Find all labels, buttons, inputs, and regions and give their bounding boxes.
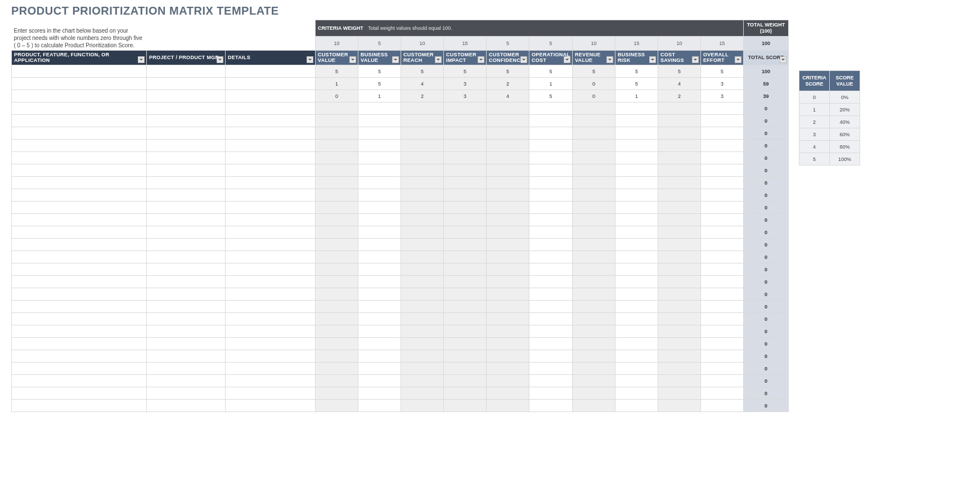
criteria-weight-cell[interactable]: 10 bbox=[572, 37, 615, 50]
score-cell[interactable] bbox=[444, 251, 487, 263]
score-cell[interactable] bbox=[358, 400, 401, 412]
score-cell[interactable]: 5 bbox=[316, 65, 358, 78]
score-cell[interactable]: 1 bbox=[316, 78, 358, 90]
score-cell[interactable] bbox=[700, 313, 743, 325]
data-cell[interactable] bbox=[226, 251, 316, 263]
score-cell[interactable] bbox=[444, 140, 487, 152]
data-cell[interactable] bbox=[12, 313, 147, 325]
score-cell[interactable] bbox=[572, 226, 615, 239]
score-cell[interactable] bbox=[316, 239, 358, 251]
data-cell[interactable] bbox=[12, 140, 147, 152]
filter-dropdown-icon[interactable] bbox=[520, 56, 527, 63]
score-cell[interactable] bbox=[615, 363, 658, 375]
data-cell[interactable] bbox=[226, 313, 316, 325]
score-cell[interactable] bbox=[572, 350, 615, 363]
score-cell[interactable] bbox=[658, 239, 700, 251]
data-cell[interactable] bbox=[12, 375, 147, 387]
score-cell[interactable] bbox=[700, 152, 743, 164]
data-cell[interactable] bbox=[226, 350, 316, 363]
score-cell[interactable] bbox=[572, 189, 615, 202]
score-cell[interactable] bbox=[358, 115, 401, 127]
score-cell[interactable] bbox=[658, 276, 700, 288]
data-cell[interactable] bbox=[226, 115, 316, 127]
score-cell[interactable] bbox=[700, 251, 743, 263]
data-cell[interactable] bbox=[226, 387, 316, 400]
score-cell[interactable] bbox=[572, 140, 615, 152]
score-cell[interactable] bbox=[487, 202, 529, 214]
data-cell[interactable] bbox=[226, 189, 316, 202]
score-cell[interactable] bbox=[572, 102, 615, 115]
data-cell[interactable] bbox=[226, 102, 316, 115]
data-cell[interactable] bbox=[147, 140, 226, 152]
score-cell[interactable] bbox=[700, 177, 743, 189]
score-cell[interactable] bbox=[572, 375, 615, 387]
score-cell[interactable] bbox=[358, 387, 401, 400]
score-cell[interactable] bbox=[358, 102, 401, 115]
score-cell[interactable] bbox=[444, 226, 487, 239]
score-cell[interactable] bbox=[615, 251, 658, 263]
score-cell[interactable]: 3 bbox=[444, 90, 487, 102]
data-cell[interactable] bbox=[147, 263, 226, 276]
score-cell[interactable] bbox=[316, 202, 358, 214]
score-cell[interactable]: 4 bbox=[487, 90, 529, 102]
score-cell[interactable] bbox=[444, 400, 487, 412]
score-cell[interactable] bbox=[615, 189, 658, 202]
score-cell[interactable] bbox=[658, 350, 700, 363]
score-cell[interactable] bbox=[358, 375, 401, 387]
score-cell[interactable] bbox=[401, 276, 444, 288]
data-cell[interactable] bbox=[147, 363, 226, 375]
criteria-weight-cell[interactable]: 10 bbox=[401, 37, 444, 50]
data-cell[interactable] bbox=[12, 301, 147, 313]
score-cell[interactable] bbox=[401, 214, 444, 226]
data-cell[interactable] bbox=[12, 164, 147, 177]
score-cell[interactable] bbox=[316, 301, 358, 313]
data-cell[interactable] bbox=[226, 301, 316, 313]
data-cell[interactable] bbox=[12, 387, 147, 400]
criteria-weight-cell[interactable]: 5 bbox=[529, 37, 573, 50]
score-cell[interactable] bbox=[529, 251, 573, 263]
data-cell[interactable] bbox=[226, 214, 316, 226]
data-cell[interactable] bbox=[12, 90, 147, 102]
data-cell[interactable] bbox=[147, 102, 226, 115]
score-cell[interactable] bbox=[572, 325, 615, 338]
score-cell[interactable] bbox=[401, 164, 444, 177]
score-cell[interactable] bbox=[529, 338, 573, 350]
score-cell[interactable] bbox=[615, 202, 658, 214]
score-cell[interactable] bbox=[487, 350, 529, 363]
score-cell[interactable] bbox=[358, 325, 401, 338]
filter-dropdown-icon[interactable] bbox=[392, 56, 399, 63]
filter-dropdown-icon[interactable] bbox=[649, 56, 656, 63]
score-cell[interactable] bbox=[316, 226, 358, 239]
data-cell[interactable] bbox=[226, 276, 316, 288]
data-cell[interactable] bbox=[147, 288, 226, 301]
score-cell[interactable] bbox=[615, 102, 658, 115]
score-cell[interactable] bbox=[700, 301, 743, 313]
score-cell[interactable] bbox=[401, 263, 444, 276]
score-cell[interactable] bbox=[572, 239, 615, 251]
score-cell[interactable] bbox=[700, 140, 743, 152]
score-cell[interactable] bbox=[487, 127, 529, 140]
data-cell[interactable] bbox=[226, 140, 316, 152]
data-cell[interactable] bbox=[12, 127, 147, 140]
score-cell[interactable] bbox=[316, 164, 358, 177]
score-cell[interactable] bbox=[487, 263, 529, 276]
score-cell[interactable] bbox=[615, 263, 658, 276]
score-cell[interactable] bbox=[401, 226, 444, 239]
filter-dropdown-icon[interactable] bbox=[349, 56, 356, 63]
score-cell[interactable] bbox=[401, 140, 444, 152]
criteria-weight-cell[interactable]: 15 bbox=[615, 37, 658, 50]
data-cell[interactable] bbox=[12, 115, 147, 127]
score-cell[interactable] bbox=[444, 189, 487, 202]
score-cell[interactable] bbox=[444, 276, 487, 288]
data-cell[interactable] bbox=[147, 387, 226, 400]
score-cell[interactable]: 2 bbox=[487, 78, 529, 90]
score-cell[interactable] bbox=[358, 189, 401, 202]
score-cell[interactable] bbox=[529, 288, 573, 301]
criteria-header[interactable]: CUSTOMER REACH bbox=[401, 50, 444, 65]
score-cell[interactable] bbox=[358, 140, 401, 152]
score-cell[interactable] bbox=[529, 263, 573, 276]
data-cell[interactable] bbox=[12, 226, 147, 239]
data-cell[interactable] bbox=[147, 239, 226, 251]
score-cell[interactable] bbox=[316, 152, 358, 164]
data-cell[interactable] bbox=[12, 78, 147, 90]
